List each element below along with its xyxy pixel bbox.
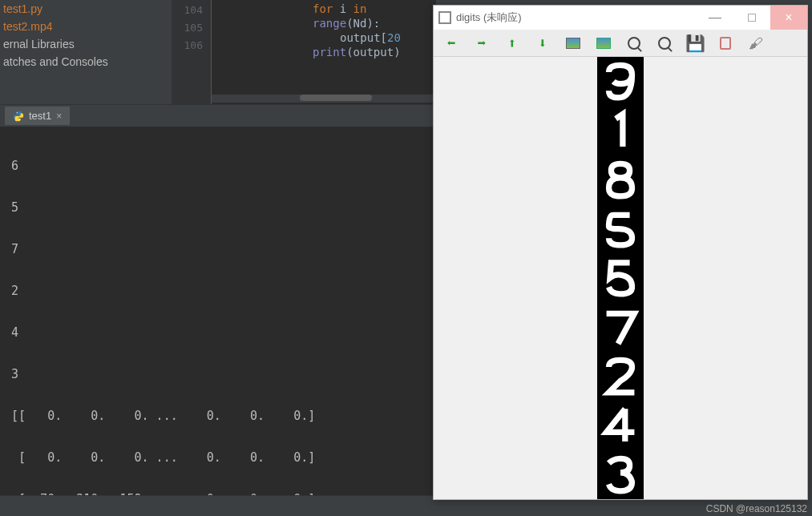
maximize-button[interactable] bbox=[733, 6, 770, 30]
viewer-toolbar: ⬅ ➡ ⬆ ⬇ 💾 🖌 bbox=[434, 30, 807, 57]
titlebar[interactable]: digits (未响应) — × bbox=[434, 6, 807, 30]
digit-cell bbox=[597, 106, 644, 155]
arrow-left-icon[interactable]: ⬅ bbox=[443, 35, 459, 51]
file-item[interactable]: atches and Consoles bbox=[0, 53, 172, 71]
digit-cell bbox=[597, 204, 644, 253]
digit-cell bbox=[597, 303, 644, 352]
close-button[interactable]: × bbox=[770, 6, 807, 30]
picture-preview-icon[interactable] bbox=[596, 35, 612, 51]
image-viewer-window: digits (未响应) — × ⬅ ➡ ⬆ ⬇ 💾 🖌 bbox=[433, 5, 808, 500]
digit-cell bbox=[597, 253, 644, 302]
arrow-right-icon[interactable]: ➡ bbox=[474, 35, 490, 51]
digit-cell bbox=[597, 450, 644, 499]
editor-scrollbar[interactable] bbox=[212, 95, 436, 103]
svg-point-0 bbox=[17, 112, 18, 113]
digit-cell bbox=[597, 352, 644, 401]
window-title: digits (未响应) bbox=[456, 10, 697, 25]
zoom-out-icon[interactable] bbox=[656, 35, 673, 51]
status-bar bbox=[0, 495, 433, 516]
save-icon[interactable]: 💾 bbox=[687, 35, 703, 51]
file-item[interactable]: test1.py bbox=[0, 0, 172, 18]
minimize-button[interactable]: — bbox=[697, 6, 733, 30]
watermark: CSDN @reason125132 bbox=[706, 503, 807, 514]
window-icon bbox=[438, 11, 451, 24]
tab-test1[interactable]: test1 × bbox=[5, 107, 70, 125]
image-canvas bbox=[434, 57, 807, 499]
digit-cell bbox=[597, 401, 644, 449]
python-icon bbox=[13, 111, 24, 122]
picture-icon[interactable] bbox=[565, 35, 581, 51]
digit-cell bbox=[597, 155, 644, 204]
digit-strip bbox=[597, 57, 644, 499]
file-item[interactable]: ernal Libraries bbox=[0, 35, 172, 53]
zoom-in-icon[interactable] bbox=[626, 35, 642, 51]
arrow-up-icon[interactable]: ⬆ bbox=[504, 35, 520, 51]
svg-point-1 bbox=[19, 119, 20, 119]
digit-cell bbox=[597, 57, 644, 106]
line-gutter: 104 105 106 bbox=[172, 0, 212, 104]
console-output[interactable]: 6 5 7 2 4 3 [[ 0. 0. 0. ... 0. 0. 0.] [ … bbox=[0, 127, 433, 495]
console-tabs: test1 × bbox=[0, 104, 433, 127]
tab-label: test1 bbox=[29, 110, 51, 122]
file-item[interactable]: test2.mp4 bbox=[0, 18, 172, 35]
close-icon[interactable]: × bbox=[56, 111, 62, 122]
code-editor[interactable]: for i in range(Nd): output[20 print(outp… bbox=[212, 0, 436, 104]
brush-icon[interactable]: 🖌 bbox=[748, 35, 764, 51]
project-sidebar: test1.py test2.mp4 ernal Libraries atche… bbox=[0, 0, 172, 104]
arrow-down-icon[interactable]: ⬇ bbox=[535, 35, 551, 51]
clipboard-icon[interactable] bbox=[717, 35, 733, 51]
